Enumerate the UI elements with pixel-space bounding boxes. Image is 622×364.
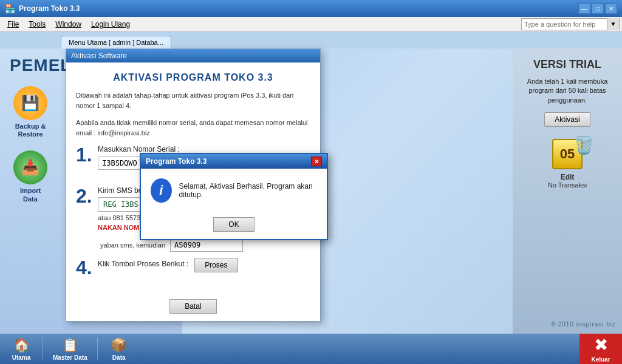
help-dropdown-button[interactable]: ▼ — [607, 18, 619, 30]
backup-icon: 💾 — [13, 86, 47, 120]
alert-titlebar: Program Toko 3.3 ✕ — [141, 154, 327, 169]
edit-label: Edit — [561, 173, 575, 181]
nav-master-data[interactable]: 📋 Master Data — [43, 334, 97, 364]
nav-data[interactable]: 📦 Data — [98, 334, 140, 364]
aktivasi-desc1: Dibawah ini adalah tahap-tahap untuk akt… — [76, 90, 310, 110]
maximize-button[interactable]: □ — [592, 3, 604, 14]
tab-strip: Menu Utama [ admin ] Databa... — [0, 32, 622, 49]
step2-number: 2. — [76, 186, 93, 206]
no-transaksi-label: No Transaksi — [548, 181, 587, 189]
backup-label: Backup &Restore — [15, 123, 46, 138]
copyright-text: 8-2010 inspirasi.biz — [552, 321, 616, 328]
step1-label: Masukkan Nomor Serial : — [98, 145, 310, 153]
alert-close-button[interactable]: ✕ — [311, 157, 322, 166]
data-label: Data — [112, 354, 126, 361]
nav-keluar[interactable]: ✖ Keluar — [579, 334, 622, 364]
aktivasi-dialog-title: Aktivasi Software — [71, 52, 127, 60]
app-icon: 🏪 — [5, 4, 15, 13]
aktivasi-desc2: Apabila anda tidak memiliki nomor serial… — [76, 118, 310, 138]
help-input[interactable] — [522, 19, 607, 30]
step3-row: yaban sms, kemudian — [100, 238, 310, 252]
import-icon: 📥 — [13, 150, 47, 184]
menu-window[interactable]: Window — [50, 19, 86, 30]
step4-content: Klik Tombol Proses Berikut : Proses — [98, 258, 310, 272]
trial-description: Anda telah 1 kali membuka program dari 5… — [522, 77, 612, 105]
menu-bar: File Tools Window Login Ulang ▼ — [0, 17, 622, 32]
utama-label: Utama — [12, 354, 31, 361]
utama-icon: 🏠 — [13, 337, 30, 353]
title-bar: 🏪 Program Toko 3.3 — □ ✕ — [0, 0, 622, 17]
import-label: ImportData — [20, 187, 41, 203]
alert-info-icon: i — [151, 178, 172, 203]
menu-tools[interactable]: Tools — [24, 19, 50, 30]
step1-number: 1. — [76, 145, 93, 164]
alert-body: i Selamat, Aktivasi Berhasil. Program ak… — [141, 169, 327, 212]
step3-hint: yaban sms, kemudian — [100, 241, 165, 249]
close-button[interactable]: ✕ — [605, 3, 617, 14]
window-controls: — □ ✕ — [578, 3, 617, 14]
nav-spacer — [140, 334, 579, 364]
tab-menu-utama[interactable]: Menu Utama [ admin ] Databa... — [61, 36, 171, 49]
step4-label: Klik Tombol Proses Berikut : — [98, 260, 188, 268]
nav-utama[interactable]: 🏠 Utama — [0, 334, 43, 364]
keluar-label: Keluar — [591, 356, 610, 363]
master-data-label: Master Data — [53, 354, 87, 361]
import-data-item[interactable]: 📥 ImportData — [6, 150, 55, 203]
menu-file[interactable]: File — [2, 19, 24, 30]
step4-row: 4. Klik Tombol Proses Berikut : Proses — [76, 258, 310, 277]
edit-transaksi-section: 05 🗑️ Edit No Transaksi — [522, 139, 612, 189]
data-icon: 📦 — [111, 337, 127, 353]
ok-button[interactable]: OK — [213, 217, 254, 232]
app-title: Program Toko 3.3 — [19, 4, 80, 13]
aktivasi-heading: AKTIVASI PROGRAM TOKO 3.3 — [76, 72, 310, 83]
aktivasi-dialog-footer: Batal — [66, 299, 320, 321]
kode-input[interactable] — [170, 238, 243, 252]
keluar-icon: ✖ — [594, 335, 608, 355]
bottom-nav: 🏠 Utama 📋 Master Data 📦 Data ✖ Keluar — [0, 334, 622, 364]
alert-dialog: Program Toko 3.3 ✕ i Selamat, Aktivasi B… — [140, 153, 328, 240]
main-area: Menu Utama [ admin ] Databa... PEMELIHAR… — [0, 32, 622, 364]
aktivasi-dialog-titlebar: Aktivasi Software — [66, 49, 320, 62]
alert-message: Selamat, Aktivasi Berhasil. Program akan… — [179, 182, 317, 199]
versi-trial-title: VERSI TRIAL — [522, 58, 612, 71]
aktivasi-button[interactable]: Aktivasi — [544, 112, 590, 127]
backup-restore-item[interactable]: 💾 Backup &Restore — [6, 86, 55, 138]
right-panel: VERSI TRIAL Anda telah 1 kali membuka pr… — [513, 49, 622, 334]
master-data-icon: 📋 — [62, 337, 78, 353]
minimize-button[interactable]: — — [578, 3, 590, 14]
batal-button[interactable]: Batal — [169, 299, 216, 314]
proses-button[interactable]: Proses — [194, 258, 238, 272]
alert-footer: OK — [141, 212, 327, 239]
step4-number: 4. — [76, 258, 93, 277]
help-box[interactable]: ▼ — [521, 18, 620, 30]
alert-title: Program Toko 3.3 — [146, 157, 207, 166]
menu-login-ulang[interactable]: Login Ulang — [86, 19, 135, 30]
